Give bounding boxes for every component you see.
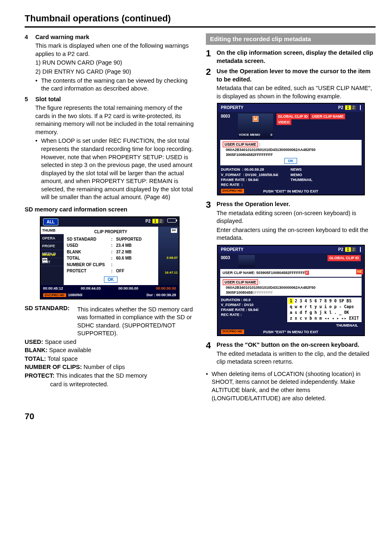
rcol-memo: MEMO xyxy=(291,172,313,177)
kbd-key[interactable]: v xyxy=(303,316,308,321)
onscreen-keyboard[interactable]: 1234567890SPBS qwertyuiop-Caps asdfghjkl… xyxy=(287,297,361,322)
kbd-key[interactable]: h xyxy=(313,310,318,316)
kbd-key[interactable]: o xyxy=(328,304,333,310)
meta-gci[interactable]: GLOBAL CLIP ID xyxy=(277,114,309,119)
kbd-key[interactable]: g xyxy=(308,310,313,316)
kbd-key[interactable]: OK xyxy=(343,310,350,316)
row-protect-v: OFF xyxy=(116,268,125,274)
kbd-key[interactable]: w xyxy=(293,304,298,310)
row-blank-k: BLANK xyxy=(67,249,111,255)
ucn-line1: 060A2B340101010501010D431300000062AA482F… xyxy=(223,285,359,290)
kbd-key[interactable]: y xyxy=(313,304,318,310)
kbd-key[interactable]: 8 xyxy=(323,298,328,304)
kbd-key[interactable]: a xyxy=(288,310,293,316)
def-sdstd-k: SD STANDARD: xyxy=(25,304,69,313)
page-title: Thumbnail operations (continued) xyxy=(25,12,376,28)
kbd-key[interactable]: EXIT xyxy=(348,316,360,321)
kbd-key[interactable]: - xyxy=(338,304,343,310)
dvcpro-badge: DVCPRO HD xyxy=(221,189,244,193)
ok-button[interactable]: OK xyxy=(104,276,118,283)
def-total-v: Total space xyxy=(48,355,78,363)
kbd-key[interactable]: p xyxy=(333,304,338,310)
p2-label: P2 xyxy=(145,219,150,223)
dvcpro-badge: DVCPRO HD xyxy=(221,330,244,334)
kbd-key[interactable]: c xyxy=(298,316,303,321)
kbd-key[interactable]: ◂◂ xyxy=(323,316,330,321)
kbd-key[interactable]: 5 xyxy=(308,298,313,304)
duration-k: DURATION xyxy=(221,167,240,172)
ucn-edit-bar[interactable]: USER CLIP NAME: 503905F100804582FFFFFFFF… xyxy=(220,269,362,276)
kbd-key[interactable]: 2 xyxy=(293,298,298,304)
ucn-line2-tail: 2FFFFFFFF xyxy=(253,290,273,295)
kbd-key[interactable]: BS xyxy=(345,298,353,304)
step-2-body: Metadata that can be edited, such as "US… xyxy=(217,84,376,100)
kbd-key[interactable]: 4 xyxy=(303,298,308,304)
step-4-body: The edited metadata is written to the cl… xyxy=(217,350,376,366)
frate-v: : 59.94i xyxy=(246,178,258,182)
ok-button[interactable]: OK xyxy=(284,158,297,164)
kbd-key[interactable]: r xyxy=(303,304,308,310)
kbd-key[interactable]: 7 xyxy=(318,298,323,304)
slot-1: 1 xyxy=(152,219,158,223)
item-4-l2: 2) DIR ENTRY NG CARD (Page 90) xyxy=(35,68,194,76)
kbd-key[interactable]: q xyxy=(288,304,293,310)
tab-opera[interactable]: OPERA xyxy=(41,234,64,242)
kbd-key[interactable]: 3 xyxy=(298,298,303,304)
kbd-key[interactable]: n xyxy=(313,316,318,321)
kbd-key[interactable]: t xyxy=(308,304,313,310)
kbd-key[interactable]: s xyxy=(293,310,298,316)
kbd-key[interactable]: 1 xyxy=(288,298,293,304)
meta-gci[interactable]: GLOBAL CLIP ID xyxy=(327,255,360,261)
kbd-key[interactable]: l xyxy=(328,310,333,316)
exit-hint: PUSH "EXIT" IN MENU TO EXIT xyxy=(263,330,318,334)
tab-prope[interactable]: PROPE xyxy=(41,242,64,250)
slot-2: 2 xyxy=(351,247,357,252)
def-protect-v2: card is writeprotected. xyxy=(25,381,194,389)
kbd-key[interactable]: 0 xyxy=(333,298,338,304)
kbd-key[interactable]: i xyxy=(323,304,328,310)
meta-list: GLOBAL CLIP ID USER CLIP NAME VIDEO xyxy=(277,114,361,138)
kbd-key[interactable]: z xyxy=(288,316,293,321)
row-sdstd-k: SD STANDARD xyxy=(67,237,111,242)
duration-v: : 00.0 xyxy=(241,298,251,302)
kbd-key[interactable]: . xyxy=(333,310,338,316)
tab-thumb[interactable]: THUMB xyxy=(41,227,64,234)
left-time: 00:02:39 xyxy=(42,253,55,258)
kbd-key[interactable]: ▸▸ xyxy=(340,316,348,321)
def-blank-k: BLANK: xyxy=(25,346,48,355)
kbd-key[interactable]: b xyxy=(308,316,313,321)
item-4-title: Card warning mark xyxy=(35,33,194,42)
kbd-key[interactable]: ◂ xyxy=(330,316,335,321)
meta-ucn[interactable]: USER CLIP NAME xyxy=(310,114,345,119)
kbd-key[interactable]: _ xyxy=(338,310,343,316)
kbd-key[interactable]: d xyxy=(298,310,303,316)
kbd-key[interactable]: x xyxy=(293,316,298,321)
row-sdstd-v: SUPPORTED xyxy=(116,237,142,242)
kbd-key[interactable]: e xyxy=(298,304,303,310)
kbd-key[interactable]: m xyxy=(318,316,323,321)
kbd-key[interactable]: 6 xyxy=(313,298,318,304)
m-badge: M xyxy=(253,116,258,122)
kbd-key[interactable]: 9 xyxy=(328,298,333,304)
ucn-line1: 060A2B340101010501010D431300000062AA482F… xyxy=(223,147,359,152)
step-3-title: Press the Operation lever. xyxy=(217,200,376,209)
kbd-key[interactable]: j xyxy=(318,310,323,316)
kbd-key[interactable]: k xyxy=(323,310,328,316)
p2-label: P2 xyxy=(338,105,343,110)
meta-video[interactable]: VIDEO xyxy=(277,119,291,125)
item-5-title: Slot total xyxy=(35,95,194,104)
all-badge: ALL xyxy=(43,218,58,226)
kbd-key[interactable]: SP xyxy=(338,298,345,304)
row-blank-v: 37.2 MB xyxy=(116,249,132,255)
kbd-key[interactable]: u xyxy=(318,304,323,310)
kbd-row-4: zxcvbnm◂◂◂▸▸▸EXIT xyxy=(288,316,360,321)
thumb-label: THUMBNAIL xyxy=(218,323,364,329)
kbd-key[interactable]: f xyxy=(303,310,308,316)
def-total-k: TOTAL: xyxy=(25,355,46,363)
kbd-row-2: qwertyuiop-Caps xyxy=(288,304,360,310)
ucn-line2: 3905F100804582FFFFFFFF xyxy=(223,152,359,157)
kbd-key[interactable]: Caps xyxy=(343,304,355,310)
def-noc-k: NUMBER OF CLIPS: xyxy=(25,363,82,371)
property-label: PROPERTY xyxy=(221,247,244,253)
kbd-key[interactable]: ▸ xyxy=(335,316,340,321)
